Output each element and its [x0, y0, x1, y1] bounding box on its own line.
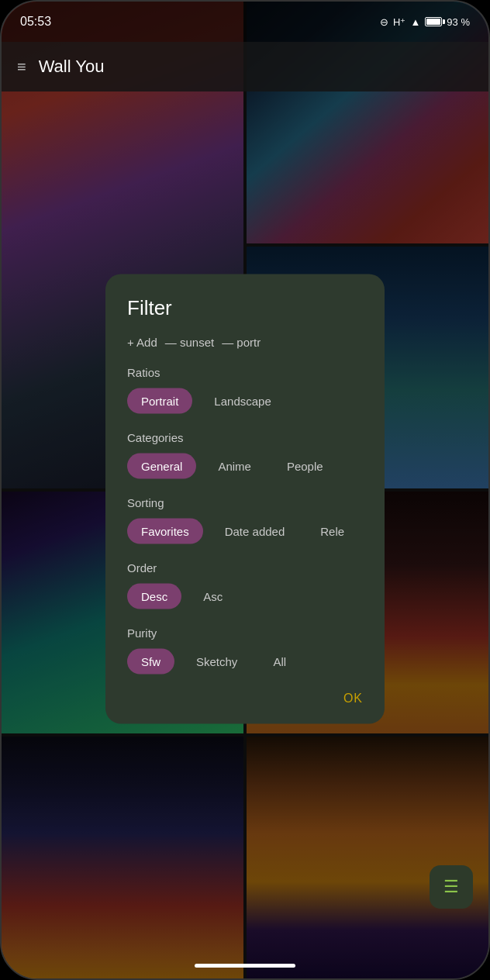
ratios-label: Ratios: [127, 366, 363, 379]
phone-frame: 05:53 ⊖ H⁺ ▲ 93 % ≡ Wall You Filter + Ad…: [0, 0, 490, 980]
status-bar: 05:53 ⊖ H⁺ ▲ 93 %: [2, 2, 488, 42]
relevance-option[interactable]: Rele: [306, 519, 358, 544]
portrait-tag-label: — portr: [222, 336, 261, 349]
sorting-section: Sorting Favorites Date added Rele: [127, 496, 363, 544]
battery-percent: 93 %: [447, 16, 470, 28]
sunset-tag-label: — sunset: [165, 336, 214, 349]
categories-section: Categories General Anime People: [127, 431, 363, 479]
favorites-option[interactable]: Favorites: [127, 519, 203, 544]
sketchy-option[interactable]: Sketchy: [182, 649, 251, 675]
fab-button[interactable]: ☰: [430, 865, 473, 909]
purity-section: Purity Sfw Sketchy All: [127, 626, 363, 675]
ratios-options: Portrait Landscape: [127, 388, 363, 414]
app-title: Wall You: [39, 57, 105, 77]
signal-icon: ▲: [410, 16, 420, 28]
order-section: Order Desc Asc: [127, 561, 363, 609]
portrait-tag[interactable]: — portr: [222, 336, 261, 349]
status-time: 05:53: [20, 15, 51, 29]
ok-row: OK: [127, 692, 363, 706]
order-label: Order: [127, 561, 363, 575]
fab-icon: ☰: [443, 877, 459, 897]
all-option[interactable]: All: [259, 649, 300, 675]
network-type-icon: H⁺: [393, 16, 405, 28]
battery-icon: [425, 17, 442, 26]
desc-option[interactable]: Desc: [127, 584, 181, 609]
status-icons: ⊖ H⁺ ▲ 93 %: [380, 16, 470, 28]
general-option[interactable]: General: [127, 454, 196, 479]
hamburger-icon[interactable]: ≡: [17, 58, 26, 76]
add-label: + Add: [127, 336, 157, 349]
sfw-option[interactable]: Sfw: [127, 649, 174, 675]
sorting-label: Sorting: [127, 496, 363, 509]
filter-modal: Filter + Add — sunset — portr Ratios Por…: [105, 274, 385, 724]
anime-option[interactable]: Anime: [204, 454, 265, 479]
landscape-option[interactable]: Landscape: [200, 388, 285, 414]
sorting-options: Favorites Date added Rele: [127, 519, 363, 544]
sunset-tag[interactable]: — sunset: [165, 336, 214, 349]
asc-option[interactable]: Asc: [189, 584, 236, 609]
ok-button[interactable]: OK: [343, 692, 363, 706]
ratios-section: Ratios Portrait Landscape: [127, 366, 363, 414]
order-options: Desc Asc: [127, 584, 363, 609]
people-option[interactable]: People: [273, 454, 337, 479]
purity-label: Purity: [127, 626, 363, 640]
categories-options: General Anime People: [127, 454, 363, 479]
home-indicator: [195, 964, 295, 968]
date-added-option[interactable]: Date added: [211, 519, 299, 544]
app-bar: ≡ Wall You: [2, 42, 488, 91]
filter-title: Filter: [127, 296, 363, 320]
portrait-option[interactable]: Portrait: [127, 388, 192, 414]
tags-row: + Add — sunset — portr: [127, 336, 363, 349]
categories-label: Categories: [127, 431, 363, 444]
dnd-icon: ⊖: [380, 16, 388, 28]
purity-options: Sfw Sketchy All: [127, 649, 363, 675]
add-tag-button[interactable]: + Add: [127, 336, 157, 349]
